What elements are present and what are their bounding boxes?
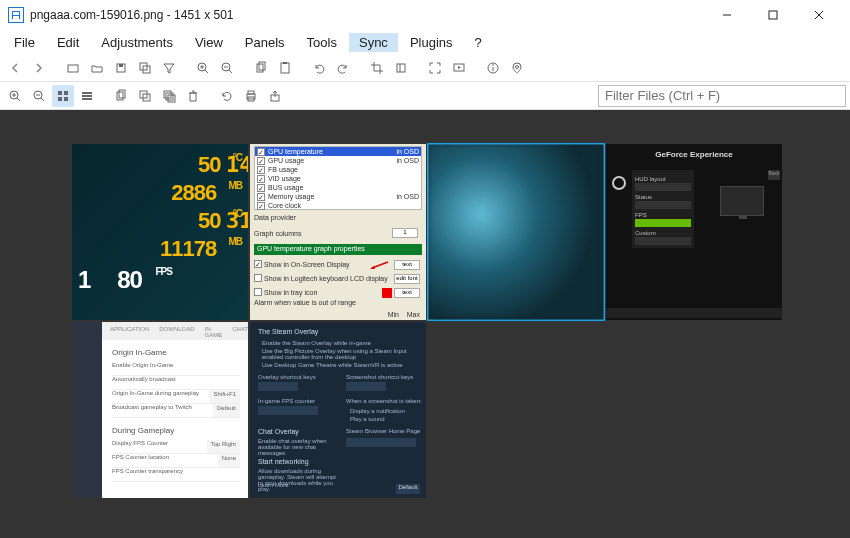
maximize-button[interactable] <box>750 0 796 30</box>
print-icon[interactable] <box>240 85 262 107</box>
menu-plugins[interactable]: Plugins <box>400 33 463 52</box>
nav-forward-button[interactable] <box>28 57 50 79</box>
dark-sidebar <box>72 322 102 498</box>
monitor-preview <box>720 186 764 216</box>
view-list-icon[interactable] <box>76 85 98 107</box>
new-folder-icon[interactable] <box>62 57 84 79</box>
thumbnail-viewport[interactable]: 50 °C 14 2886 MB 50 °C 31 11178 MB 1 80 … <box>0 110 850 538</box>
svg-rect-4 <box>68 65 78 72</box>
arrow-annotation-icon <box>368 260 390 270</box>
svg-line-54 <box>372 262 388 268</box>
svg-rect-17 <box>259 62 265 70</box>
menu-tools[interactable]: Tools <box>297 33 347 52</box>
svg-point-27 <box>516 65 519 68</box>
minimize-button[interactable] <box>704 0 750 30</box>
svg-rect-43 <box>119 90 125 98</box>
photo-content <box>428 144 604 320</box>
svg-rect-35 <box>58 91 62 95</box>
thumbnail-item[interactable]: APPLICATIONDOWNLOADIN-GAMECHAT Origin In… <box>72 322 248 498</box>
export-icon[interactable] <box>264 85 286 107</box>
close-button[interactable] <box>796 0 842 30</box>
app-icon <box>8 7 24 23</box>
color-swatch <box>382 288 392 298</box>
menu-sync[interactable]: Sync <box>349 33 398 52</box>
crop-icon[interactable] <box>366 57 388 79</box>
menubar: FileEditAdjustmentsViewPanelsToolsSyncPl… <box>0 30 850 54</box>
thumbnail-item[interactable]: 50 °C 14 2886 MB 50 °C 31 11178 MB 1 80 … <box>72 144 248 320</box>
duplicate-icon[interactable] <box>110 85 132 107</box>
window-title: pngaaa.com-159016.png - 1451 x 501 <box>30 8 234 22</box>
svg-rect-6 <box>119 64 123 67</box>
svg-line-14 <box>229 70 232 73</box>
save-icon[interactable] <box>110 57 132 79</box>
svg-rect-1 <box>769 11 777 19</box>
gear-icon <box>612 176 626 190</box>
zoom-reset-icon[interactable] <box>28 85 50 107</box>
svg-rect-37 <box>58 97 62 101</box>
svg-line-10 <box>205 70 208 73</box>
thumbnail-item[interactable]: The Steam Overlay Enable the Steam Overl… <box>250 322 426 498</box>
svg-line-29 <box>17 98 20 101</box>
svg-rect-50 <box>248 91 254 94</box>
thumbnail-item[interactable]: GPU temperaturein OSDGPU usagein OSDFB u… <box>250 144 426 320</box>
svg-rect-42 <box>117 92 123 100</box>
zoom-out-icon[interactable] <box>216 57 238 79</box>
paste-icon[interactable] <box>274 57 296 79</box>
default-button: Default <box>396 484 420 494</box>
svg-point-26 <box>492 64 494 66</box>
fps-value: 50 <box>198 152 220 177</box>
location-icon[interactable] <box>506 57 528 79</box>
nav-back-button[interactable] <box>4 57 26 79</box>
view-grid-icon[interactable] <box>52 85 74 107</box>
resize-icon[interactable] <box>390 57 412 79</box>
svg-marker-23 <box>458 66 461 69</box>
taskbar <box>606 308 782 318</box>
thumbnail-item[interactable]: GeForce Experience HUD layoutStatusFPSCu… <box>606 144 782 320</box>
toolbar-row-2 <box>0 82 850 110</box>
filter-input[interactable] <box>598 85 846 107</box>
menu-edit[interactable]: Edit <box>47 33 89 52</box>
copy-icon[interactable] <box>250 57 272 79</box>
svg-rect-18 <box>281 63 289 73</box>
svg-rect-38 <box>64 97 68 101</box>
menu-?[interactable]: ? <box>465 33 492 52</box>
filter-icon[interactable] <box>158 57 180 79</box>
svg-rect-16 <box>257 64 263 72</box>
tabs: APPLICATIONDOWNLOADIN-GAMECHAT <box>102 322 248 340</box>
menu-adjustments[interactable]: Adjustments <box>91 33 183 52</box>
svg-rect-47 <box>166 93 173 100</box>
zoom-in-icon[interactable] <box>192 57 214 79</box>
undo-icon[interactable] <box>308 57 330 79</box>
toolbar-row-1 <box>0 54 850 82</box>
copy-2-icon[interactable] <box>134 85 156 107</box>
slideshow-icon[interactable] <box>448 57 470 79</box>
section-header: GPU temperature graph properties <box>254 244 422 255</box>
svg-rect-36 <box>64 91 68 95</box>
svg-rect-20 <box>397 64 405 72</box>
delete-icon[interactable] <box>182 85 204 107</box>
folder-icon[interactable] <box>86 57 108 79</box>
svg-rect-19 <box>283 62 287 64</box>
monitor-list: GPU temperaturein OSDGPU usagein OSDFB u… <box>254 146 422 210</box>
info-icon[interactable] <box>482 57 504 79</box>
stack-icon[interactable] <box>158 85 180 107</box>
overlay-title: GeForce Experience <box>606 144 782 159</box>
menu-file[interactable]: File <box>4 33 45 52</box>
svg-line-33 <box>41 98 44 101</box>
redo-icon[interactable] <box>332 57 354 79</box>
refresh-icon[interactable] <box>216 85 238 107</box>
menu-view[interactable]: View <box>185 33 233 52</box>
save-all-icon[interactable] <box>134 57 156 79</box>
window-controls <box>704 0 842 30</box>
fullscreen-icon[interactable] <box>424 57 446 79</box>
menu-panels[interactable]: Panels <box>235 33 295 52</box>
zoom-fit-icon[interactable] <box>4 85 26 107</box>
thumbnail-item-selected[interactable] <box>428 144 604 320</box>
hud-panel: HUD layoutStatusFPSCustom <box>632 170 694 248</box>
titlebar: pngaaa.com-159016.png - 1451 x 501 <box>0 0 850 30</box>
